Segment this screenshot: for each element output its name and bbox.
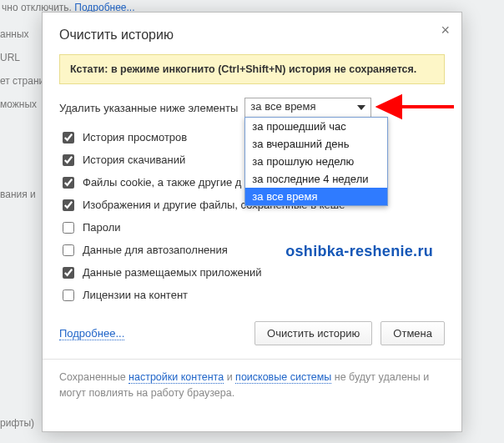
dialog-title: Очистить историю [59,28,445,43]
clear-history-dialog: × Очистить историю Кстати: в режиме инко… [42,12,462,432]
checkbox[interactable] [63,267,74,279]
select-box[interactable]: за все время [244,98,371,118]
time-range-dropdown: за прошедший час за вчерашний день за пр… [244,117,388,206]
chevron-down-icon [357,105,365,110]
select-value: за все время [250,100,315,113]
checkbox-row[interactable]: Пароли [59,216,445,239]
checkbox-label: Данные для автозаполнения [83,244,228,256]
checkbox-label: История просмотров [83,131,187,143]
time-range-label: Удалить указанные ниже элементы [59,102,238,114]
time-range-select[interactable]: за все время за прошедший час за вчерашн… [244,98,371,118]
content-settings-link[interactable]: настройки контента [129,371,224,384]
search-engines-link[interactable]: поисковые системы [235,371,331,384]
checkbox-label: Лицензии на контент [83,289,188,301]
button-group: Очистить историю Отмена [255,321,445,345]
checkbox-row[interactable]: Лицензии на контент [59,284,445,306]
checkbox[interactable] [63,154,74,166]
clear-history-button[interactable]: Очистить историю [255,321,372,345]
checkbox-row[interactable]: Данные размещаемых приложений [59,261,445,284]
close-button[interactable]: × [441,23,450,38]
checkbox[interactable] [63,289,74,301]
dropdown-option[interactable]: за прошедший час [245,118,387,135]
checkbox[interactable] [63,222,74,234]
cancel-button[interactable]: Отмена [381,321,445,345]
footer-note: Сохраненные настройки контента и поисков… [43,359,461,401]
dialog-actions: Подробнее... Очистить историю Отмена [59,321,445,345]
more-link[interactable]: Подробнее... [59,327,124,340]
dropdown-option[interactable]: за вчерашний день [245,135,387,153]
dropdown-option[interactable]: за прошлую неделю [245,153,387,170]
time-range-row: Удалить указанные ниже элементы за все в… [59,98,445,118]
checkbox-row[interactable]: Данные для автозаполнения [59,239,445,261]
checkbox-label: Файлы cookie, а также другие д [83,176,241,189]
checkbox[interactable] [63,177,74,189]
incognito-notice: Кстати: в режиме инкогнито (Ctrl+Shift+N… [59,54,445,84]
checkbox[interactable] [63,199,74,211]
checkbox[interactable] [63,244,74,256]
checkbox-label: Данные размещаемых приложений [83,266,262,279]
dropdown-option-selected[interactable]: за все время [245,188,387,205]
checkbox[interactable] [63,132,74,143]
dropdown-option[interactable]: за последние 4 недели [245,170,387,188]
checkbox-label: История скачиваний [83,154,185,166]
checkbox-label: Пароли [83,221,121,234]
